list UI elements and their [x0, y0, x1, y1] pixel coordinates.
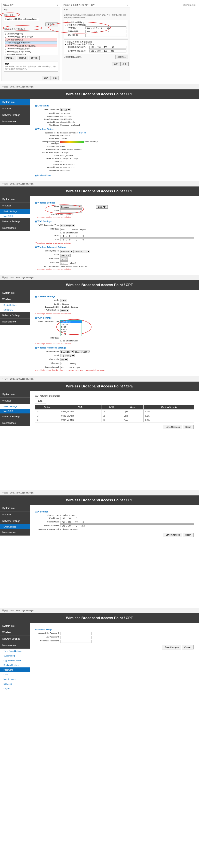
region-select[interactable]: Brazil (BR) — [60, 250, 74, 253]
sidebar-item-wireless[interactable]: Wireless — [0, 296, 30, 303]
scan-ap-button[interactable]: Scan AP — [96, 205, 108, 209]
dns-manual-checkbox[interactable]: ☐ Set DNS Manually — [60, 232, 78, 234]
sidebar-item-maint[interactable]: Maintenance — [0, 118, 30, 125]
cell-isnm[interactable]: ☑ — [101, 414, 122, 418]
addr-url[interactable]: 192.168.0.1/cgi-bin/login — [10, 276, 34, 279]
signoff-link[interactable]: [Sign off] — [79, 132, 86, 134]
protocol-item[interactable]: ☑Microsoft LLDP 协议驱动程序 — [5, 48, 57, 50]
region-select[interactable]: Brazil (BR) — [60, 350, 74, 353]
cell-isnm[interactable]: ☑ — [101, 409, 122, 414]
addr-type-radios[interactable]: ● Static IP ○ DHCP — [60, 514, 194, 516]
cancel-button[interactable]: 取消 — [50, 76, 59, 80]
sidebar-item-network[interactable]: Network Settings — [0, 636, 30, 642]
sidebar-item-logout[interactable]: Logout — [0, 686, 30, 691]
sidebar-item-maint2[interactable]: Maintenance — [0, 677, 30, 682]
sidebar-item-sysinfo[interactable]: System info — [0, 505, 30, 512]
protocol-item[interactable]: ☑QoS 数据包计划程序 — [5, 38, 57, 41]
lan-ip-input[interactable]: 192.168.0.1 — [60, 517, 194, 520]
sidebar-item-maint[interactable]: Maintenance — [0, 225, 30, 231]
cell-isnm[interactable]: ☑ — [101, 418, 122, 422]
sidebar-item-wireless[interactable]: Wireless — [0, 512, 30, 518]
sidebar-item-basic[interactable]: Basic Settings — [0, 303, 30, 307]
dropdown-option[interactable]: DHCP — [61, 326, 82, 328]
close-icon[interactable]: × — [127, 4, 128, 6]
tab-24g[interactable]: 2.4G — [35, 399, 46, 403]
isnm-radio[interactable]: ● Disabled — [60, 303, 69, 305]
mode-select[interactable]: AP — [60, 299, 67, 302]
cell-status[interactable]: ☑ — [35, 418, 59, 422]
sidebar-item-basic[interactable]: Basic Settings — [0, 209, 30, 214]
cancel-button[interactable]: Cancel — [182, 645, 194, 649]
sidebar-item-wireless[interactable]: Wireless — [0, 629, 30, 636]
sidebar-item-dos[interactable]: DoS — [0, 672, 30, 677]
dns1-input[interactable]: 101.198.198.198 — [89, 46, 126, 49]
sidebar-item-multissid[interactable]: MultiSSID — [0, 307, 30, 312]
sidebar-item-maint[interactable]: Maintenance — [0, 642, 30, 649]
use-ip-radio[interactable]: ● 使用下面的 IP 地址(S): — [65, 24, 86, 26]
sidebar-item-multissid[interactable]: MultiSSID — [0, 214, 30, 218]
addr-url[interactable]: 192.168.0.1/cgi-bin/login — [10, 378, 34, 380]
wan-type-select[interactable]: WDS Bridge — [60, 224, 75, 227]
sidebar-item-password[interactable]: Password — [0, 668, 30, 672]
sidebar-item-network[interactable]: Network Settings — [0, 112, 30, 118]
sidebar-item-basic[interactable]: Basic Settings — [0, 404, 30, 409]
cell-status[interactable]: ☑ — [35, 414, 59, 418]
sidebar-item-upgrade[interactable]: Upgrade Firmware — [0, 658, 30, 663]
dns1-input[interactable]: 0.0.0.0 — [60, 235, 194, 238]
dns2-input[interactable]: 0.0.0.0 — [60, 238, 194, 241]
sidebar-item-wireless[interactable]: Wireless — [0, 398, 30, 404]
install-button[interactable]: 安装(N)... — [4, 56, 16, 60]
addr-url[interactable]: 192.168.0.1/cgi-bin/login — [10, 86, 34, 88]
addr-url[interactable]: 192.168.0.1/cgi-bin/login — [10, 609, 34, 612]
sidebar-item-wireless[interactable]: Wireless — [0, 203, 30, 209]
distance-input[interactable] — [60, 261, 68, 265]
dropdown-option[interactable]: Static IP — [61, 323, 82, 326]
addr-url[interactable]: 192.168.0.1/cgi-bin/login — [10, 492, 34, 494]
cancel-button[interactable]: 取消 — [120, 62, 128, 66]
addr-url[interactable]: 192.168.0.1/cgi-bin/login — [10, 183, 34, 185]
mtu-input[interactable] — [60, 228, 70, 231]
sidebar-item-network[interactable]: Network Settings — [0, 413, 30, 420]
sidebar-item-lan[interactable]: LAN Settings — [0, 524, 30, 529]
sidebar-item-timezone[interactable]: Time Zone Settings — [0, 649, 30, 653]
protocol-list[interactable]: ☑Microsoft 网络客户端☑Microsoft 网络的文件和打印机共享☑Q… — [4, 31, 58, 55]
ssid-input[interactable] — [60, 209, 82, 213]
reset-button[interactable]: Reset — [183, 425, 194, 429]
advanced-button[interactable]: 高级(V)... — [115, 55, 128, 59]
protocol-item[interactable]: ☐Microsoft 网络适配器多路传送器协议 — [5, 44, 57, 48]
language-select[interactable]: English — [60, 108, 71, 111]
rf-radios[interactable]: 100% ● 50% ○ 25% ○ 10% ○ 5% — [60, 265, 194, 268]
new-password-input[interactable] — [60, 636, 91, 639]
sidebar-item-network[interactable]: Network Settings — [0, 218, 30, 225]
confirm-password-input[interactable] — [60, 640, 91, 643]
ip-input[interactable]: 192.168.0.100 — [85, 26, 126, 29]
protocol-item[interactable]: ☑Internet 协议版本 4 (TCP/IPv4) — [5, 41, 57, 44]
sidebar-item-maint[interactable]: Maintenance — [0, 318, 30, 325]
lan-gw-input[interactable]: 192.168.0.254 — [60, 524, 194, 527]
protocol-item[interactable]: ☑Internet 协议版本 6 (TCP/IPv6) — [5, 50, 57, 53]
adapter-combo[interactable]: Broadcom 802.11ac Network Adapter — [4, 18, 39, 21]
protocol-item[interactable]: ☑链路层拓扑发现响应程序 — [5, 53, 57, 55]
dns-manual-checkbox[interactable]: ☐ Set DNS Manually — [60, 340, 78, 342]
cell-status[interactable]: ☑ — [35, 409, 59, 414]
use-dns-radio[interactable]: ● 使用下面的 DNS 服务器地址(E): — [65, 43, 94, 45]
sidebar-item-sysinfo[interactable]: System info — [0, 196, 30, 203]
dropdown-option[interactable]: L2TP — [61, 333, 82, 336]
lan-mask-input[interactable]: 255.255.255.0 — [60, 521, 194, 524]
sidebar-item-sysinfo[interactable]: System info — [0, 99, 30, 105]
dropdown-option[interactable]: PPPoE — [61, 328, 82, 331]
sidebar-item-sysinfo[interactable]: System info — [0, 391, 30, 398]
auth-select[interactable]: Open — [60, 309, 69, 312]
protocol-item[interactable]: ☑Microsoft 网络客户端 — [5, 32, 57, 35]
stp-radios[interactable]: ● Disabled ○ Enabled — [60, 528, 194, 530]
sidebar-item-maint[interactable]: Maintenance — [0, 529, 30, 535]
chain-select[interactable]: 1x1 — [60, 257, 68, 260]
save-button[interactable]: Save Changes — [163, 533, 182, 537]
chain-select[interactable]: 1x1 — [60, 358, 68, 361]
bcast-radio[interactable]: ● Enabled — [60, 306, 69, 308]
sidebar-item-sysinfo[interactable]: System info — [0, 623, 30, 629]
save-button[interactable]: Save Changes — [162, 645, 181, 649]
dns2-input[interactable]: 101.198.199.200 — [89, 50, 126, 53]
tab-general[interactable]: 常规 — [62, 7, 130, 12]
sidebar-item-wireless[interactable]: Wireless — [0, 105, 30, 112]
